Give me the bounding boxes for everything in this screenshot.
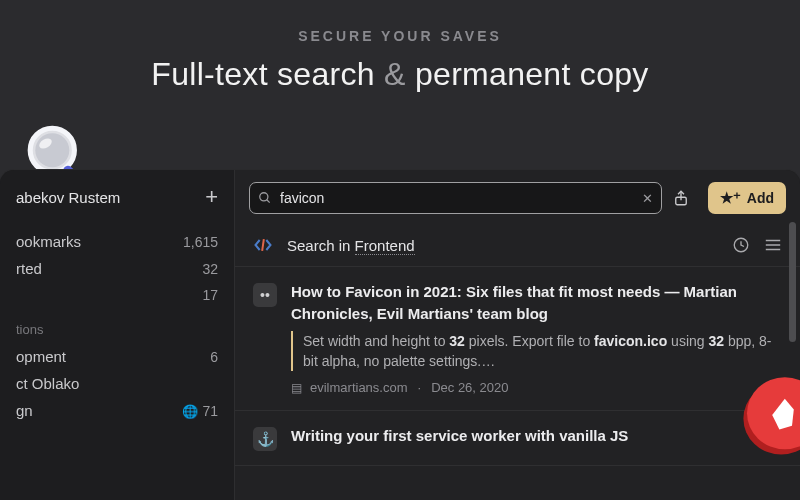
app-window: abekov Rustem + ookmarks 1,615 rted 32 1… (0, 170, 800, 500)
results-list: •• How to Favicon in 2021: Six files tha… (235, 266, 800, 500)
result-title: How to Favicon in 2021: Six files that f… (291, 281, 782, 325)
hero-headline-amp: & (384, 56, 406, 92)
hero-eyebrow: SECURE YOUR SAVES (0, 28, 800, 44)
sidebar-item[interactable]: ookmarks 1,615 (0, 228, 218, 255)
sidebar-item[interactable]: gn 🌐71 (0, 397, 218, 424)
result-domain: evilmartians.com (310, 379, 408, 398)
recent-sort-icon[interactable] (732, 236, 750, 254)
svg-point-0 (30, 128, 74, 172)
svg-line-7 (262, 239, 264, 251)
result-title: Writing your first service worker with v… (291, 425, 782, 447)
view-mode-icon[interactable] (764, 238, 782, 252)
sidebar-item[interactable]: ct Oblako (0, 370, 218, 397)
sidebar-item-label: rted (16, 260, 42, 277)
add-button[interactable]: ★⁺ Add (708, 182, 786, 214)
hero-headline-b: permanent copy (415, 56, 649, 92)
sidebar-item[interactable]: 17 (0, 282, 218, 308)
sidebar-group-label: tions (0, 308, 218, 343)
toolbar: favicon ✕ ★⁺ Add (235, 170, 800, 226)
search-icon (258, 191, 272, 205)
star-plus-icon: ★⁺ (720, 189, 741, 207)
result-card[interactable]: •• How to Favicon in 2021: Six files tha… (235, 267, 800, 411)
globe-icon: 🌐 (182, 404, 198, 419)
svg-point-1 (35, 133, 69, 167)
result-card[interactable]: ⚓ Writing your first service worker with… (235, 411, 800, 466)
scrollbar[interactable] (789, 222, 797, 500)
main-panel: favicon ✕ ★⁺ Add Search in Frontend (234, 170, 800, 500)
sidebar-item-count: 32 (202, 261, 218, 277)
sidebar-item-count: 🌐71 (182, 403, 218, 419)
result-favicon: •• (253, 283, 277, 307)
clear-search-button[interactable]: ✕ (642, 191, 653, 206)
sidebar-item-count: 6 (210, 349, 218, 365)
sidebar: abekov Rustem + ookmarks 1,615 rted 32 1… (0, 170, 234, 500)
hero-headline: Full-text search & permanent copy (0, 56, 800, 93)
sidebar-item-count: 17 (202, 287, 218, 303)
search-context-label[interactable]: Search in Frontend (287, 237, 718, 254)
result-date: Dec 26, 2020 (431, 379, 508, 398)
sidebar-user-name[interactable]: abekov Rustem (16, 189, 120, 206)
result-favicon: ⚓ (253, 427, 277, 451)
code-icon (253, 237, 273, 253)
search-input[interactable]: favicon ✕ (249, 182, 662, 214)
context-bar: Search in Frontend (235, 226, 800, 266)
sidebar-item-label: ookmarks (16, 233, 81, 250)
sidebar-item-label: ct Oblako (16, 375, 79, 392)
permanent-copy-icon: ▤ (291, 380, 302, 397)
sidebar-item-label: gn (16, 402, 33, 419)
sidebar-item-label: opment (16, 348, 66, 365)
search-query-text: favicon (280, 190, 634, 206)
search-scope[interactable]: Frontend (355, 237, 415, 255)
hero-headline-a: Full-text search (151, 56, 375, 92)
scrollbar-thumb[interactable] (789, 222, 796, 342)
result-meta: ▤ evilmartians.com Dec 26, 2020 (291, 379, 782, 398)
svg-point-2 (37, 136, 53, 150)
sidebar-item[interactable]: opment 6 (0, 343, 218, 370)
svg-line-5 (267, 200, 270, 203)
add-button-label: Add (747, 190, 774, 206)
result-snippet: Set width and height to 32 pixels. Expor… (291, 331, 782, 372)
sidebar-item[interactable]: rted 32 (0, 255, 218, 282)
svg-point-4 (260, 193, 268, 201)
share-button[interactable] (672, 188, 698, 208)
add-collection-button[interactable]: + (205, 184, 218, 210)
sidebar-item-count: 1,615 (183, 234, 218, 250)
